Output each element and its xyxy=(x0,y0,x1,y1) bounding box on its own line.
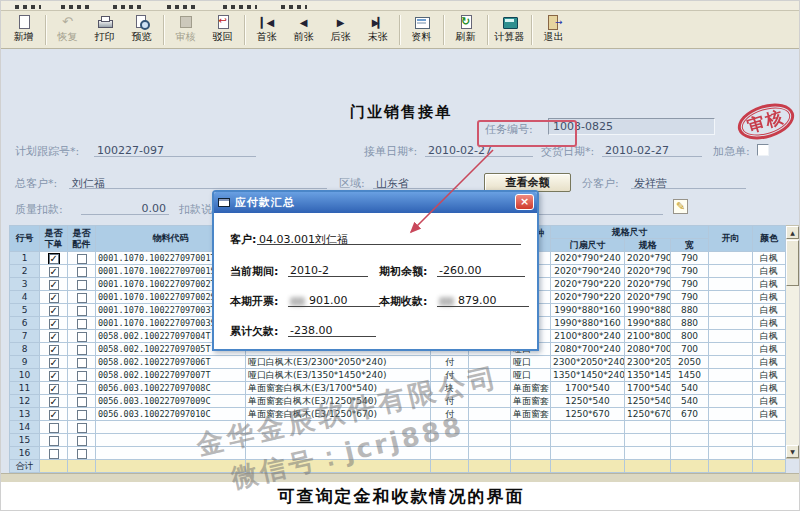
grid-cell[interactable]: 14 xyxy=(10,421,40,434)
scrollbar-thumb[interactable] xyxy=(786,240,799,286)
grid-cell[interactable]: 2300*2050 xyxy=(625,356,671,369)
grid-cell[interactable]: 2020*790*240 xyxy=(551,252,625,265)
grid-cell[interactable]: 1250*670 xyxy=(625,408,671,421)
checkbox[interactable] xyxy=(49,397,59,407)
checkbox-cell[interactable] xyxy=(68,356,96,369)
grid-cell[interactable]: 2020*790*220 xyxy=(551,278,625,291)
grid-cell[interactable] xyxy=(96,434,246,447)
checkbox[interactable] xyxy=(77,319,87,329)
grid-cell[interactable]: 付 xyxy=(431,395,469,408)
checkbox-cell[interactable] xyxy=(40,356,68,369)
grid-cell[interactable]: 付 xyxy=(431,356,469,369)
grid-cell[interactable] xyxy=(469,447,511,460)
grid-cell[interactable]: 2020*790 xyxy=(625,278,671,291)
grid-cell[interactable]: 白枫 xyxy=(753,408,786,421)
grid-cell[interactable]: 2100*800 xyxy=(625,330,671,343)
grid-cell[interactable] xyxy=(511,421,551,434)
toolbar-button-reject[interactable]: 驳回 xyxy=(204,12,241,48)
checkbox[interactable] xyxy=(77,345,87,355)
checkbox[interactable] xyxy=(49,293,59,303)
grid-cell[interactable]: 1990*880 xyxy=(625,317,671,330)
grid-cell[interactable] xyxy=(709,356,753,369)
grid-cell[interactable]: 1990*880 xyxy=(625,304,671,317)
grid-cell[interactable]: 付 xyxy=(431,369,469,382)
checkbox[interactable] xyxy=(49,332,59,342)
grid-cell[interactable] xyxy=(469,434,511,447)
vertical-scrollbar[interactable]: ▲ ▼ xyxy=(785,225,800,459)
grid-cell[interactable]: 880 xyxy=(671,304,709,317)
checkbox[interactable] xyxy=(77,293,87,303)
checkbox-cell[interactable] xyxy=(68,278,96,291)
grid-cell[interactable]: 10 xyxy=(10,369,40,382)
grid-cell[interactable]: 白枫 xyxy=(753,265,786,278)
grid-cell[interactable]: 1250*670 xyxy=(551,408,625,421)
grid-cell[interactable]: 哑口 xyxy=(511,369,551,382)
grid-cell[interactable] xyxy=(469,408,511,421)
checkbox-cell[interactable] xyxy=(68,291,96,304)
grid-cell[interactable]: 790 xyxy=(671,278,709,291)
grid-cell[interactable]: 790 xyxy=(671,291,709,304)
checkbox-cell[interactable] xyxy=(68,317,96,330)
checkbox-cell[interactable] xyxy=(40,278,68,291)
checkbox-cell[interactable] xyxy=(40,265,68,278)
grid-cell[interactable] xyxy=(625,447,671,460)
grid-cell[interactable] xyxy=(709,291,753,304)
grid-cell[interactable] xyxy=(709,304,753,317)
checkbox[interactable] xyxy=(49,436,59,446)
checkbox[interactable] xyxy=(49,280,59,290)
grid-cell[interactable] xyxy=(709,278,753,291)
grid-cell[interactable] xyxy=(709,421,753,434)
grid-cell[interactable]: 16 xyxy=(10,447,40,460)
grid-cell[interactable]: 块 xyxy=(431,382,469,395)
grid-cell[interactable]: 790 xyxy=(671,252,709,265)
grid-cell[interactable]: 4 xyxy=(10,291,40,304)
grid-cell[interactable]: 2300*2050*240 xyxy=(551,356,625,369)
grid-cell[interactable] xyxy=(551,447,625,460)
grid-cell[interactable]: 0058.002.100227097006T xyxy=(96,356,246,369)
toolbar-button-first[interactable]: 首张 xyxy=(248,12,285,48)
grid-cell[interactable] xyxy=(246,447,431,460)
checkbox[interactable] xyxy=(77,371,87,381)
checkbox-cell[interactable] xyxy=(40,421,68,434)
grid-cell[interactable]: 单面窗套 xyxy=(511,395,551,408)
checkbox[interactable] xyxy=(49,345,59,355)
grid-cell[interactable]: 单面窗套白枫木(E3/1250*670) xyxy=(246,408,431,421)
grid-cell[interactable]: 700 xyxy=(671,343,709,356)
menu-item[interactable] xyxy=(113,5,143,9)
checkbox-cell[interactable] xyxy=(68,434,96,447)
checkbox[interactable] xyxy=(49,384,59,394)
checkbox-cell[interactable] xyxy=(40,330,68,343)
toolbar-button-last[interactable]: 末张 xyxy=(359,12,396,48)
grid-cell[interactable]: 单面窗套白枫木(E3/1250*540) xyxy=(246,395,431,408)
grid-cell[interactable] xyxy=(709,434,753,447)
rush-order-checkbox[interactable] xyxy=(757,144,769,156)
checkbox[interactable] xyxy=(77,358,87,368)
grid-cell[interactable] xyxy=(469,395,511,408)
grid-cell[interactable]: 7 xyxy=(10,330,40,343)
checkbox[interactable] xyxy=(49,423,59,433)
grid-cell[interactable]: 哑口白枫木(E3/2300*2050*240) xyxy=(246,356,431,369)
grid-cell[interactable] xyxy=(709,265,753,278)
grid-cell[interactable]: 白枫 xyxy=(753,395,786,408)
checkbox[interactable] xyxy=(77,384,87,394)
toolbar-button-prev[interactable]: 前张 xyxy=(285,12,322,48)
checkbox[interactable] xyxy=(49,267,59,277)
dialog-title-bar[interactable]: 应付款汇总 xyxy=(214,192,537,213)
checkbox[interactable] xyxy=(49,358,59,368)
grid-cell[interactable] xyxy=(671,447,709,460)
checkbox-cell[interactable] xyxy=(68,369,96,382)
grid-cell[interactable]: 白枫 xyxy=(753,252,786,265)
checkbox-cell[interactable] xyxy=(68,330,96,343)
checkbox-cell[interactable] xyxy=(68,304,96,317)
grid-cell[interactable]: 1700*540 xyxy=(625,382,671,395)
checkbox-cell[interactable] xyxy=(40,369,68,382)
checkbox[interactable] xyxy=(49,306,59,316)
grid-cell[interactable] xyxy=(469,369,511,382)
grid-cell[interactable]: 3 xyxy=(10,278,40,291)
grid-cell[interactable]: 0056.003.100227097009C xyxy=(96,395,246,408)
checkbox[interactable] xyxy=(77,397,87,407)
grid-cell[interactable]: 白枫 xyxy=(753,343,786,356)
grid-cell[interactable]: 白枫 xyxy=(753,330,786,343)
checkbox-cell[interactable] xyxy=(68,395,96,408)
grid-cell[interactable]: 2020*790 xyxy=(625,265,671,278)
